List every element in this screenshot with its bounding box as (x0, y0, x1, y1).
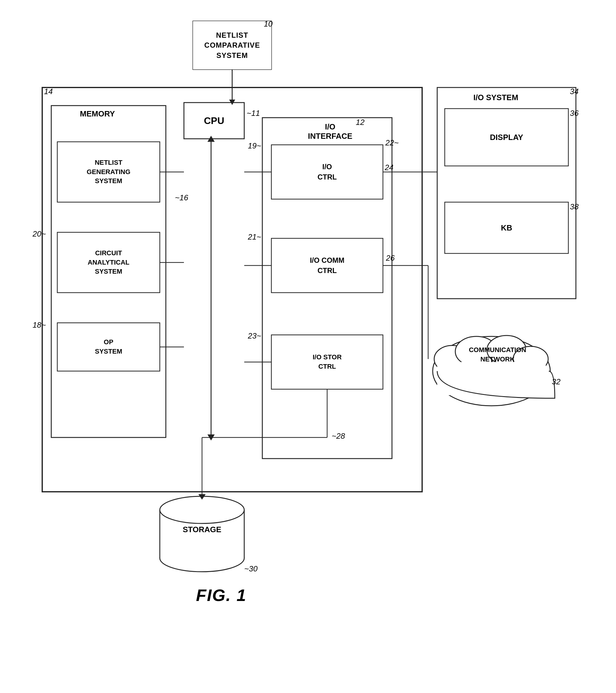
memory-label: MEMORY (80, 109, 115, 119)
netlist-gen-label: NETLISTGENERATINGSYSTEM (57, 142, 160, 202)
storage-label: STORAGE (171, 525, 233, 534)
ref-20: 20~ (33, 229, 46, 239)
circuit-analytical-label: CIRCUITANALYTICALSYSTEM (57, 232, 160, 293)
ref-32: 32 (552, 377, 560, 387)
comm-network-label: COMMUNICATIONNETWORK (437, 345, 558, 364)
cpu-label: CPU (184, 103, 244, 139)
display-label: DISPLAY (445, 108, 568, 166)
ref-30: ~30 (244, 564, 258, 574)
ref-12: 12 (356, 118, 365, 127)
ref-36: 36 (570, 108, 579, 118)
ref-16: ~16 (175, 193, 188, 202)
ref-21: 21~ (248, 232, 261, 242)
ref-28: ~28 (332, 431, 345, 441)
svg-marker-42 (199, 494, 206, 500)
netlist-comp-box: NETLIST COMPARATIVE SYSTEM (193, 21, 271, 70)
ref-23: 23~ (248, 331, 261, 341)
svg-rect-19 (437, 362, 546, 395)
ref-38: 38 (570, 202, 579, 212)
ref-11: ~11 (247, 108, 260, 118)
svg-point-24 (160, 496, 244, 523)
io-system-label: I/O SYSTEM (473, 93, 518, 102)
figure-label: FIG. 1 (196, 585, 247, 605)
ref-19: 19~ (248, 141, 261, 151)
ref-26: 26 (386, 253, 395, 263)
io-ctrl-label: I/OCTRL (271, 145, 383, 199)
ref-24: 24 (385, 163, 393, 172)
ref-10: 10 (264, 19, 272, 29)
io-stor-ctrl-label: I/O STORCTRL (271, 335, 383, 389)
op-system-label: OPSYSTEM (57, 323, 160, 371)
ref-14: 14 (44, 87, 53, 96)
ref-22: 22~ (385, 138, 398, 147)
netlist-comp-label: NETLIST COMPARATIVE SYSTEM (193, 30, 271, 61)
svg-marker-29 (207, 434, 215, 440)
ref-34: 34 (570, 87, 579, 96)
io-interface-label: I/OINTERFACE (271, 122, 389, 141)
ref-18: 18~ (33, 320, 46, 330)
io-comm-ctrl-label: I/O COMMCTRL (271, 238, 383, 293)
kb-label: KB (445, 202, 568, 253)
svg-point-20 (160, 544, 244, 572)
